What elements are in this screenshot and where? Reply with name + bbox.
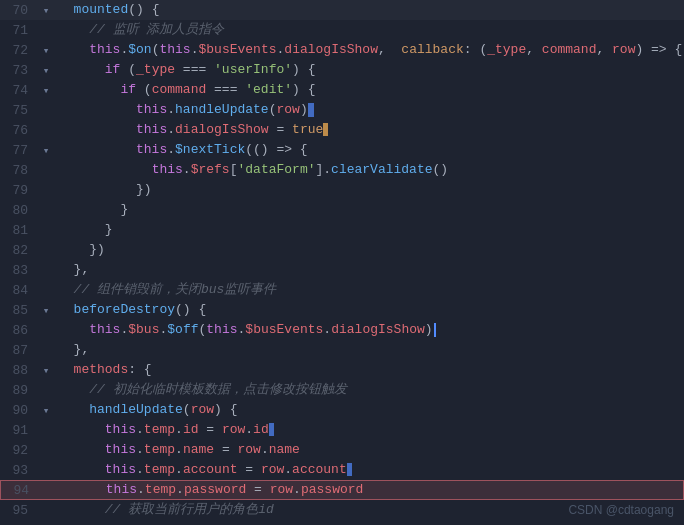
code-text: methods: { — [54, 360, 684, 380]
line-number: 77 — [0, 143, 38, 158]
code-text: if (command === 'edit') { — [54, 80, 684, 100]
code-text: } — [54, 200, 684, 220]
code-text: if (_type === 'userInfo') { — [54, 60, 684, 80]
code-line: 73▾ if (_type === 'userInfo') { — [0, 60, 684, 80]
line-number: 82 — [0, 243, 38, 258]
code-line: 89 // 初始化临时模板数据，点击修改按钮触发 — [0, 380, 684, 400]
line-number: 76 — [0, 123, 38, 138]
code-line: 77▾ this.$nextTick(() => { — [0, 140, 684, 160]
line-number: 85 — [0, 303, 38, 318]
line-number: 87 — [0, 343, 38, 358]
code-line: 83 }, — [0, 260, 684, 280]
code-text: // 初始化临时模板数据，点击修改按钮触发 — [54, 380, 684, 400]
code-line: 76 this.dialogIsShow = true — [0, 120, 684, 140]
code-line: 87 }, — [0, 340, 684, 360]
gutter-icon: ▾ — [38, 363, 54, 378]
line-number: 88 — [0, 363, 38, 378]
code-editor: 70▾ mounted() {71 // 监听 添加人员指令72▾ this.$… — [0, 0, 684, 525]
gutter-icon: ▾ — [38, 303, 54, 318]
code-text: handleUpdate(row) { — [54, 400, 684, 420]
gutter-icon: ▾ — [38, 83, 54, 98]
gutter-icon: ▾ — [38, 143, 54, 158]
code-line: 72▾ this.$on(this.$busEvents.dialogIsSho… — [0, 40, 684, 60]
code-text: beforeDestroy() { — [54, 300, 684, 320]
line-number: 83 — [0, 263, 38, 278]
code-line: 90▾ handleUpdate(row) { — [0, 400, 684, 420]
line-number: 89 — [0, 383, 38, 398]
line-number: 70 — [0, 3, 38, 18]
code-line: 75 this.handleUpdate(row) — [0, 100, 684, 120]
code-line: 85▾ beforeDestroy() { — [0, 300, 684, 320]
code-line: 91 this.temp.id = row.id — [0, 420, 684, 440]
code-text: this.dialogIsShow = true — [54, 120, 684, 140]
line-number: 93 — [0, 463, 38, 478]
code-text: this.temp.name = row.name — [54, 440, 684, 460]
code-line: 88▾ methods: { — [0, 360, 684, 380]
code-text: this.temp.password = row.password — [55, 480, 683, 500]
code-text: } — [54, 220, 684, 240]
code-text: this.handleUpdate(row) — [54, 100, 684, 120]
line-number: 81 — [0, 223, 38, 238]
watermark: CSDN @cdtaogang — [568, 503, 674, 517]
code-text: this.$nextTick(() => { — [54, 140, 684, 160]
code-line: 84 // 组件销毁前，关闭bus监听事件 — [0, 280, 684, 300]
code-text: // 组件销毁前，关闭bus监听事件 — [54, 280, 684, 300]
code-text: }, — [54, 260, 684, 280]
code-text: this.$refs['dataForm'].clearValidate() — [54, 160, 684, 180]
code-text: this.temp.id = row.id — [54, 420, 684, 440]
code-line: 86 this.$bus.$off(this.$busEvents.dialog… — [0, 320, 684, 340]
line-number: 71 — [0, 23, 38, 38]
line-number: 95 — [0, 503, 38, 518]
gutter-icon: ▾ — [38, 63, 54, 78]
code-line: 70▾ mounted() { — [0, 0, 684, 20]
code-line: 81 } — [0, 220, 684, 240]
gutter-icon: ▾ — [38, 403, 54, 418]
code-text: // 监听 添加人员指令 — [54, 20, 684, 40]
line-number: 86 — [0, 323, 38, 338]
code-text: this.temp.account = row.account — [54, 460, 684, 480]
line-number: 79 — [0, 183, 38, 198]
code-line: 74▾ if (command === 'edit') { — [0, 80, 684, 100]
line-number: 92 — [0, 443, 38, 458]
code-text: this.$bus.$off(this.$busEvents.dialogIsS… — [54, 320, 684, 340]
code-line: 82 }) — [0, 240, 684, 260]
code-line: 93 this.temp.account = row.account — [0, 460, 684, 480]
code-line: 78 this.$refs['dataForm'].clearValidate(… — [0, 160, 684, 180]
line-number: 91 — [0, 423, 38, 438]
code-line: 92 this.temp.name = row.name — [0, 440, 684, 460]
code-line: 71 // 监听 添加人员指令 — [0, 20, 684, 40]
line-number: 94 — [1, 483, 39, 498]
code-text: this.$on(this.$busEvents.dialogIsShow, c… — [54, 40, 684, 60]
code-text: }) — [54, 240, 684, 260]
line-number: 75 — [0, 103, 38, 118]
gutter-icon: ▾ — [38, 43, 54, 58]
gutter-icon: ▾ — [38, 3, 54, 18]
line-number: 74 — [0, 83, 38, 98]
code-line: 80 } — [0, 200, 684, 220]
line-number: 90 — [0, 403, 38, 418]
code-text: mounted() { — [54, 0, 684, 20]
line-number: 80 — [0, 203, 38, 218]
line-number: 73 — [0, 63, 38, 78]
line-number: 78 — [0, 163, 38, 178]
code-text: }) — [54, 180, 684, 200]
line-number: 84 — [0, 283, 38, 298]
code-line: 79 }) — [0, 180, 684, 200]
code-text: }, — [54, 340, 684, 360]
code-line: 94 this.temp.password = row.password — [0, 480, 684, 500]
line-number: 72 — [0, 43, 38, 58]
